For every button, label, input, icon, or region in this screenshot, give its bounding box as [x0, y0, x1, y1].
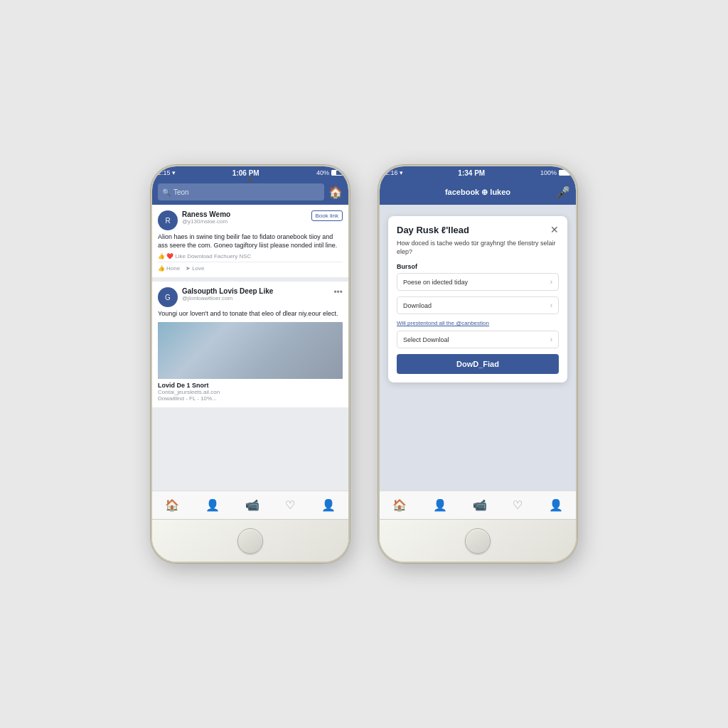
battery-pct-left: 40%: [316, 169, 329, 176]
side-btn-right-right: [577, 252, 577, 284]
phone-left: 2:15 ▾ 1:06 PM 40% 🔍 Teon 🏠: [151, 165, 350, 563]
hone-label: Hone: [166, 265, 180, 272]
post-card-1: R Raness Wemo @y130/nsloe.com Book link …: [152, 205, 348, 277]
home-button-right[interactable]: [465, 528, 491, 554]
select-option-2[interactable]: Download ›: [397, 296, 559, 314]
post-menu-icon[interactable]: •••: [333, 287, 343, 297]
battery-fill-left: [332, 171, 336, 175]
tab-home-right[interactable]: 🏠: [392, 498, 407, 512]
select-arrow-1: ›: [550, 278, 552, 286]
reaction-icons-1: 👍 ❤️: [158, 253, 173, 259]
love-icon: ➤: [186, 265, 191, 272]
side-btn-right-left-1: [378, 237, 379, 259]
home-button-left[interactable]: [237, 528, 263, 554]
dialog-title: Day Rusk ℓ'llead: [397, 225, 559, 235]
carrier-right: 2:16: [385, 169, 398, 176]
tab-bar-left: 🏠 👤 📹 ♡ 👤: [152, 491, 348, 519]
tab-video-left[interactable]: 📹: [245, 498, 259, 512]
side-btn-left-1: [151, 237, 151, 259]
bottom-bar-left: [152, 519, 348, 562]
nav-bar-right: facebook ⊕ lukeo 🎤: [380, 179, 576, 205]
select-option-2-text: Download: [403, 302, 432, 309]
post-reactions-1: 👍 ❤️ Like Download Fachuery NSC: [158, 253, 343, 259]
avatar-1: R: [158, 210, 178, 230]
dialog-question: How doced is tache wedo tür grayhng! the…: [397, 240, 559, 256]
video-note: Dowaitlind - FL - 10%...: [158, 395, 343, 402]
post-handle-1: @y130/nsloe.com: [182, 218, 307, 225]
tab-friends-right[interactable]: 👤: [433, 498, 447, 512]
tab-profile-right[interactable]: 👤: [549, 498, 563, 512]
tab-friends-left[interactable]: 👤: [205, 498, 220, 512]
status-left: 2:15 ▾: [158, 169, 176, 176]
dialog-note: Will prestentond all the @canbestion: [397, 320, 559, 326]
phone-right: 2:16 ▾ 1:34 PM 100% facebook ⊕ lukeo 🎤: [378, 165, 577, 563]
post-meta-2: Galsoupth Lovis Deep Like @jlonloawitloe…: [182, 287, 329, 301]
battery-pct-right: 100%: [540, 169, 557, 176]
post-meta-1: Raness Wemo @y130/nsloe.com: [182, 210, 307, 225]
post-actions-1: 👍 Hone ➤ Love: [158, 262, 343, 272]
avatar-2: G: [158, 287, 178, 307]
tab-profile-left[interactable]: 👤: [321, 498, 336, 512]
reaction-text-1: Like Download Fachuery NSC: [175, 253, 251, 259]
camera-left: [248, 178, 252, 182]
side-btn-left-2: [151, 266, 151, 287]
post-card-2: G Galsoupth Lovis Deep Like @jlonloawitl…: [152, 282, 348, 407]
wifi-left: ▾: [172, 169, 176, 176]
search-bar-left[interactable]: 🔍 Teon: [158, 183, 324, 200]
time-left: 1:06 PM: [232, 169, 259, 177]
battery-icon-right: [559, 170, 570, 176]
wifi-right: ▾: [400, 169, 403, 176]
time-right: 1:34 PM: [458, 169, 485, 177]
nav-title-right: facebook ⊕ lukeo: [445, 188, 510, 197]
select-option-3[interactable]: Select Downloal ›: [397, 331, 559, 348]
post-header-2: G Galsoupth Lovis Deep Like @jlonloawitl…: [158, 287, 343, 307]
bottom-bar-right: [380, 519, 576, 562]
dialog-close-btn[interactable]: ✕: [550, 225, 559, 235]
dialog-box: ✕ Day Rusk ℓ'llead How doced is tache we…: [388, 216, 567, 382]
status-left-right: 2:16 ▾: [385, 169, 403, 176]
post-action-hone[interactable]: 👍 Hone: [158, 265, 180, 272]
post-name-1: Raness Wemo: [182, 210, 307, 218]
tab-like-left[interactable]: ♡: [285, 498, 295, 512]
select-arrow-3: ›: [550, 336, 552, 343]
tab-video-right[interactable]: 📹: [473, 498, 487, 512]
post-header-1: R Raness Wemo @y130/nsloe.com Book link: [158, 210, 343, 230]
post-text-1: Alion haes in swine ting beilir fae to f…: [158, 233, 343, 250]
tab-like-right[interactable]: ♡: [513, 498, 523, 512]
side-btn-right: [349, 252, 350, 284]
video-thumb[interactable]: ▶: [158, 322, 343, 379]
select-arrow-2: ›: [550, 301, 552, 309]
scene: 2:15 ▾ 1:06 PM 40% 🔍 Teon 🏠: [0, 0, 728, 728]
post-name-2: Galsoupth Lovis Deep Like: [182, 287, 329, 295]
post-handle-2: @jlonloawitloer.com: [182, 295, 329, 301]
battery-fill-right: [560, 171, 569, 175]
select-option-1-text: Poese on idected tiday: [403, 279, 468, 286]
video-title: Lovid De 1 Snort: [158, 382, 343, 389]
search-icon-left: 🔍: [162, 188, 171, 196]
carrier-left: 2:15: [158, 169, 171, 176]
dialog-overlay: ✕ Day Rusk ℓ'llead How doced is tache we…: [380, 205, 576, 491]
post-text-2: Youngi uor loven't and to tonate that el…: [158, 310, 343, 318]
nav-bar-left: 🔍 Teon 🏠: [152, 179, 348, 205]
select-option-1[interactable]: Poese on idected tiday ›: [397, 273, 559, 291]
post-action-love[interactable]: ➤ Love: [186, 265, 204, 272]
feed-left: R Raness Wemo @y130/nsloe.com Book link …: [152, 205, 348, 491]
right-screen: 2:16 ▾ 1:34 PM 100% facebook ⊕ lukeo 🎤: [380, 166, 576, 519]
select-option-3-text: Select Downloal: [403, 336, 449, 343]
tab-bar-right: 🏠 👤 📹 ♡ 👤: [380, 491, 576, 519]
download-button[interactable]: DowD_Fiad: [397, 354, 559, 374]
status-right-left: 40%: [316, 169, 343, 176]
status-right-right: 100%: [540, 169, 570, 176]
tab-home-left[interactable]: 🏠: [165, 498, 179, 512]
search-text-left: Teon: [173, 188, 189, 196]
battery-icon-left: [331, 170, 343, 176]
video-scene: [158, 322, 343, 379]
book-link-btn[interactable]: Book link: [311, 210, 343, 221]
dialog-label: Bursof: [397, 263, 559, 270]
home-nav-icon-left[interactable]: 🏠: [328, 186, 343, 199]
mic-icon-right[interactable]: 🎤: [556, 186, 570, 199]
left-screen: 2:15 ▾ 1:06 PM 40% 🔍 Teon 🏠: [152, 166, 348, 519]
side-btn-right-left-2: [378, 266, 379, 287]
love-label: Love: [192, 265, 204, 272]
hone-icon: 👍: [158, 265, 165, 272]
